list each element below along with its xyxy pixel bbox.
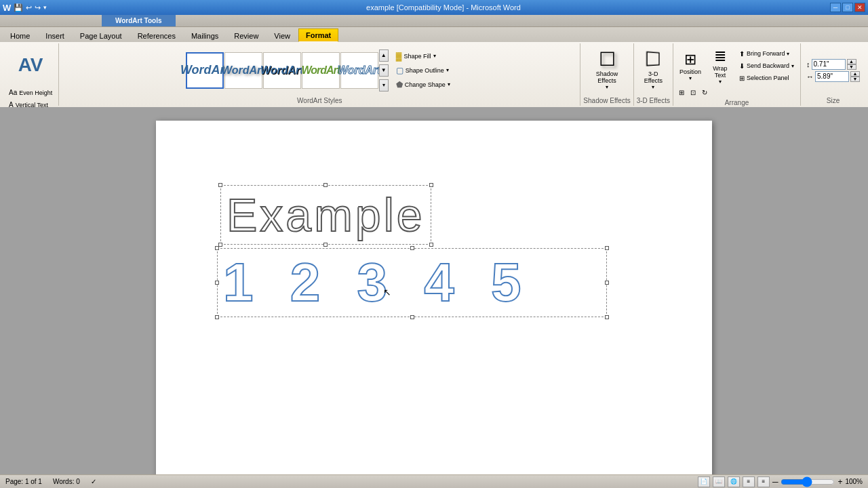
handle-bm[interactable] <box>323 243 328 247</box>
view-web-button[interactable]: 🌐 <box>728 476 740 487</box>
maximize-button[interactable]: □ <box>842 3 853 12</box>
view-outline-button[interactable]: ≡ <box>743 476 755 487</box>
arrange-group-label: Arrange <box>725 99 749 106</box>
spell-check-icon[interactable]: ✓ <box>91 478 96 485</box>
document-area: Example 1 2 3 4 5 ↖ <box>0 107 868 474</box>
qat-redo[interactable]: ↪ <box>35 3 41 12</box>
view-print-button[interactable]: 📄 <box>698 476 710 487</box>
height-icon: ↕ <box>806 60 810 68</box>
wordart-tools-label: WordArt Tools <box>102 15 176 26</box>
minimize-button[interactable]: ─ <box>830 3 841 12</box>
handle-num-tm[interactable] <box>410 246 414 250</box>
height-row: ↕ ▲ ▼ <box>806 59 860 70</box>
wordart-style-3[interactable]: WordArt <box>263 52 301 89</box>
handle-num-bm[interactable] <box>410 315 414 319</box>
shape-outline-button[interactable]: ▢ Shape Outline ▾ <box>393 64 454 77</box>
rotate-button[interactable]: ↻ <box>699 87 710 98</box>
handle-num-ml[interactable] <box>215 281 219 285</box>
wordart-gallery: WordArt WordArt WordArt WordArt WordArt … <box>186 49 389 92</box>
ribbon-group-3d-effects: ☐ 3-DEffects ▾ 3-D Effects <box>634 43 673 106</box>
bring-forward-button[interactable]: ⬆ Bring Forward ▾ <box>736 48 797 60</box>
width-input[interactable] <box>815 71 849 82</box>
handle-num-br[interactable] <box>605 315 609 319</box>
app-icon: W <box>3 3 11 13</box>
qat-save[interactable]: 💾 <box>14 3 23 12</box>
av-spacing-button[interactable]: AV <box>14 45 47 85</box>
handle-num-mr[interactable] <box>605 281 609 285</box>
wordart-style-1[interactable]: WordArt <box>186 52 224 89</box>
width-spin-down[interactable]: ▼ <box>850 77 860 82</box>
group-button[interactable]: ⊡ <box>688 87 698 98</box>
page-info: Page: 1 of 1 <box>5 478 42 485</box>
status-right: 📄 📖 🌐 ≡ ≡ ─ + 100% <box>698 476 863 487</box>
ribbon-group-wordart-styles: WordArt WordArt WordArt WordArt WordArt … <box>59 43 580 106</box>
wordart-example[interactable]: Example <box>220 185 675 245</box>
wordart-numbers[interactable]: 1 2 3 4 5 <box>217 248 607 317</box>
width-spin-up[interactable]: ▲ <box>850 71 860 77</box>
shape-buttons: ▓ Shape Fill ▾ ▢ Shape Outline ▾ ⬟ Chang… <box>393 49 454 92</box>
position-button[interactable]: ⊞ Position ▾ <box>676 45 705 87</box>
shape-fill-button[interactable]: ▓ Shape Fill ▾ <box>393 49 454 63</box>
tab-page-layout[interactable]: Page Layout <box>73 29 130 42</box>
handle-num-tl[interactable] <box>215 246 219 250</box>
wordart-style-5[interactable]: WordArt <box>340 52 378 89</box>
tab-insert[interactable]: Insert <box>38 29 72 42</box>
size-group-label: Size <box>827 97 840 104</box>
selection-panel-button[interactable]: ⊞ Selection Panel <box>736 73 797 84</box>
zoom-out-button[interactable]: ─ <box>772 477 778 487</box>
send-backward-button[interactable]: ⬇ Send Backward ▾ <box>736 60 797 72</box>
cursor: ↖ <box>383 287 391 298</box>
shadow-effects-button[interactable]: ☐ Shadow Effects ▾ <box>591 49 623 92</box>
3d-effects-button[interactable]: ☐ 3-DEffects ▾ <box>637 49 669 92</box>
ribbon-tabs: Home Insert Page Layout References Maili… <box>0 27 868 42</box>
align-button[interactable]: ⊞ <box>676 87 687 98</box>
view-full-reading-button[interactable]: 📖 <box>713 476 725 487</box>
tab-home[interactable]: Home <box>3 29 37 42</box>
handle-tr[interactable] <box>429 183 433 187</box>
wordart-example-text: Example <box>226 189 425 241</box>
3d-effects-group-label: 3-D Effects <box>637 97 670 104</box>
height-spinner: ▲ ▼ <box>847 59 856 70</box>
gallery-scroll-up[interactable]: ▲ <box>379 49 389 62</box>
even-height-button[interactable]: Aa Even Height <box>5 87 56 98</box>
wordart-numbers-text: 1 2 3 4 5 <box>223 252 532 312</box>
tab-view[interactable]: View <box>267 29 298 42</box>
ribbon-group-size: ↕ ▲ ▼ ↔ ▲ ▼ Size <box>801 43 865 106</box>
change-shape-button[interactable]: ⬟ Change Shape ▾ <box>393 78 454 92</box>
tab-format[interactable]: Format <box>298 28 338 42</box>
tab-mailings[interactable]: Mailings <box>184 29 226 42</box>
qat-undo[interactable]: ↩ <box>26 3 32 12</box>
qat-dropdown[interactable]: ▾ <box>43 4 47 11</box>
close-button[interactable]: ✕ <box>854 3 865 12</box>
ribbon-content: AV Aa Even Height A Vertical Text ≡ Alig… <box>0 42 868 107</box>
wrap-text-button[interactable]: ≣ WrapText ▾ <box>706 45 734 87</box>
wordart-styles-group-label: WordArt Styles <box>297 97 342 104</box>
zoom-level: 100% <box>845 478 863 485</box>
handle-num-bl[interactable] <box>215 315 219 319</box>
handle-br[interactable] <box>429 243 433 247</box>
wordart-style-2[interactable]: WordArt <box>224 52 262 89</box>
page: Example 1 2 3 4 5 ↖ <box>156 121 712 474</box>
size-inputs: ↕ ▲ ▼ ↔ ▲ ▼ <box>804 56 863 85</box>
handle-num-tr[interactable] <box>605 246 609 250</box>
wordart-style-4[interactable]: WordArt <box>302 52 340 89</box>
zoom-in-button[interactable]: + <box>837 477 842 487</box>
tab-review[interactable]: Review <box>226 29 266 42</box>
handle-tl[interactable] <box>218 183 222 187</box>
handle-tm[interactable] <box>323 183 328 187</box>
zoom-slider[interactable] <box>781 478 835 486</box>
ribbon-group-text: AV Aa Even Height A Vertical Text ≡ Alig… <box>3 43 59 106</box>
gallery-scroll-down[interactable]: ▼ <box>379 64 389 77</box>
ribbon-group-arrange: ⊞ Position ▾ ≣ WrapText ▾ ⬆ Bring Forwar… <box>673 43 801 106</box>
tab-references[interactable]: References <box>130 29 183 42</box>
gallery-dropdown[interactable]: ▾ <box>379 79 389 92</box>
height-spin-up[interactable]: ▲ <box>847 59 856 64</box>
view-draft-button[interactable]: ≡ <box>757 476 770 487</box>
height-input[interactable] <box>812 59 846 70</box>
title-bar: W 💾 ↩ ↪ ▾ example [Compatibility Mode] -… <box>0 0 868 15</box>
height-spin-down[interactable]: ▼ <box>847 64 856 70</box>
ribbon-group-shadow-effects: ☐ Shadow Effects ▾ Shadow Effects <box>580 43 633 106</box>
status-bar: Page: 1 of 1 Words: 0 ✓ 📄 📖 🌐 ≡ ≡ ─ + 10… <box>0 474 868 488</box>
window-title: example [Compatibility Mode] - Microsoft… <box>57 3 830 12</box>
words-info: Words: 0 <box>53 478 80 485</box>
